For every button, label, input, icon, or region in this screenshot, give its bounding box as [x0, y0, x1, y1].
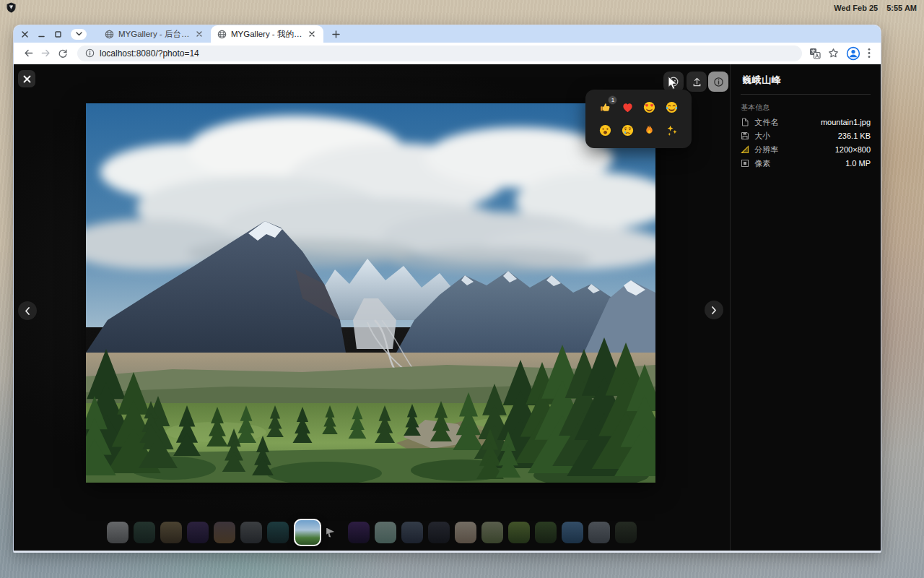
heart-eyes-icon — [642, 100, 656, 114]
tab-close-icon[interactable] — [307, 29, 317, 39]
info-value: 236.1 KB — [838, 131, 871, 140]
clock-time: 5:55 AM — [886, 4, 917, 12]
forward-button[interactable] — [37, 45, 54, 62]
thumbnail-6[interactable] — [240, 522, 262, 543]
browser-toolbar: localhost:8080/?photo=14 — [14, 43, 881, 64]
info-row-filename: 文件名 mountain1.jpg — [741, 118, 871, 126]
thumbnail-12[interactable] — [428, 522, 450, 543]
tab-gallery[interactable]: MYGallery - 我的照片墙 — [211, 25, 323, 43]
shield-icon — [6, 2, 17, 13]
info-button[interactable] — [708, 72, 728, 92]
fire-icon — [642, 124, 656, 137]
lightbox-stage: 1 — [14, 64, 730, 551]
browser-window: MYGallery - 后台管理 MYGallery - 我的照片墙 — [13, 25, 881, 553]
tab-admin[interactable]: MYGallery - 后台管理 — [98, 25, 211, 43]
site-info-icon[interactable] — [85, 48, 95, 58]
photo-title: 巍峨山峰 — [741, 64, 871, 95]
system-clock[interactable]: Wed Feb 25 5:55 AM — [834, 4, 917, 12]
thumbnail-10[interactable] — [375, 522, 396, 543]
thumbnail-14[interactable] — [481, 522, 503, 543]
back-button[interactable] — [19, 45, 37, 62]
thumbnail-1[interactable] — [107, 522, 128, 543]
info-row-pixels: 像素 1.0 MP — [741, 159, 871, 168]
info-label: 大小 — [754, 131, 770, 142]
thumbnail-19[interactable] — [615, 522, 637, 543]
menu-kebab-icon[interactable] — [868, 48, 871, 59]
open-mouth-icon — [598, 124, 612, 137]
globe-favicon — [105, 30, 114, 39]
upload-icon — [691, 76, 703, 88]
photo-mountain[interactable] — [86, 103, 655, 483]
plus-icon — [332, 30, 340, 38]
thumbnail-2[interactable] — [134, 522, 155, 543]
info-row-size: 大小 236.1 KB — [741, 131, 871, 140]
joy-icon — [665, 100, 679, 114]
thumbnail-3[interactable] — [160, 522, 182, 543]
next-photo-button[interactable] — [705, 301, 723, 319]
tab-strip: MYGallery - 后台管理 MYGallery - 我的照片墙 — [14, 25, 881, 43]
window-maximize-icon[interactable] — [54, 30, 62, 38]
reaction-count-badge: 1 — [608, 95, 617, 105]
thumbnail-18[interactable] — [588, 522, 610, 543]
info-value: mountain1.jpg — [821, 118, 871, 126]
reaction-fire[interactable] — [641, 121, 658, 139]
thumbnail-5[interactable] — [214, 522, 235, 543]
chevron-right-icon — [711, 306, 717, 314]
new-tab-button[interactable] — [328, 26, 344, 42]
cry-icon — [621, 124, 635, 137]
file-icon — [741, 118, 749, 126]
reload-button[interactable] — [54, 45, 71, 62]
info-label: 像素 — [754, 158, 770, 169]
tab-label: MYGallery - 我的照片墙 — [231, 29, 302, 40]
reaction-heart[interactable] — [619, 99, 636, 116]
tab-close-icon[interactable] — [194, 29, 204, 39]
thumbnail-9[interactable] — [348, 522, 370, 543]
info-row-resolution: 分辨率 1200×800 — [741, 145, 871, 154]
thumbnail-13[interactable] — [455, 522, 476, 543]
reaction-joy[interactable] — [663, 99, 681, 116]
window-close-icon[interactable] — [21, 30, 29, 38]
reaction-heart-eyes[interactable] — [641, 99, 658, 116]
mouse-cursor-icon — [668, 76, 679, 90]
prev-photo-button[interactable] — [18, 301, 37, 320]
thumbnail-17[interactable] — [562, 522, 583, 543]
clock-date: Wed Feb 25 — [834, 4, 878, 12]
profile-avatar-icon[interactable] — [846, 46, 860, 61]
thumbnail-11[interactable] — [401, 522, 423, 543]
thumbnail-15[interactable] — [508, 522, 530, 543]
reload-icon — [58, 48, 68, 59]
thumbnail-7[interactable] — [267, 522, 289, 543]
globe-favicon — [217, 30, 227, 39]
thumbnail-4[interactable] — [187, 522, 209, 543]
reaction-open-mouth[interactable] — [596, 121, 614, 139]
translate-icon[interactable] — [809, 48, 821, 59]
address-bar[interactable]: localhost:8080/?photo=14 — [77, 46, 802, 61]
bookmark-star-icon[interactable] — [828, 48, 839, 59]
resolution-icon — [741, 145, 749, 154]
section-basic-info: 基本信息 — [741, 103, 871, 113]
reaction-picker-popup: 1 — [585, 90, 692, 148]
info-label: 文件名 — [754, 117, 778, 128]
close-button[interactable] — [18, 70, 35, 87]
reaction-sparkles[interactable] — [663, 121, 681, 139]
pixels-icon — [741, 159, 749, 168]
size-icon — [741, 131, 749, 140]
chevron-down-icon — [76, 32, 82, 36]
tab-search-button[interactable] — [71, 29, 87, 40]
info-value: 1200×800 — [835, 145, 871, 154]
window-controls — [21, 25, 87, 43]
info-value: 1.0 MP — [845, 159, 871, 168]
url-text: localhost:8080/?photo=14 — [100, 48, 199, 59]
photo-info-panel: 巍峨山峰 基本信息 文件名 mountain1.jpg 大小 236.1 KB … — [730, 64, 881, 551]
back-icon — [23, 48, 34, 59]
thumbnail-16[interactable] — [535, 522, 557, 543]
forward-icon — [40, 48, 51, 59]
info-label: 分辨率 — [754, 144, 778, 155]
reaction-thumbs-up[interactable]: 1 — [596, 99, 614, 116]
share-button[interactable] — [687, 72, 707, 92]
window-minimize-icon[interactable] — [38, 30, 45, 38]
heart-icon — [621, 100, 635, 114]
reaction-cry[interactable] — [619, 121, 636, 139]
thumbnail-8[interactable] — [294, 519, 321, 546]
thumbnail-strip — [14, 517, 730, 548]
